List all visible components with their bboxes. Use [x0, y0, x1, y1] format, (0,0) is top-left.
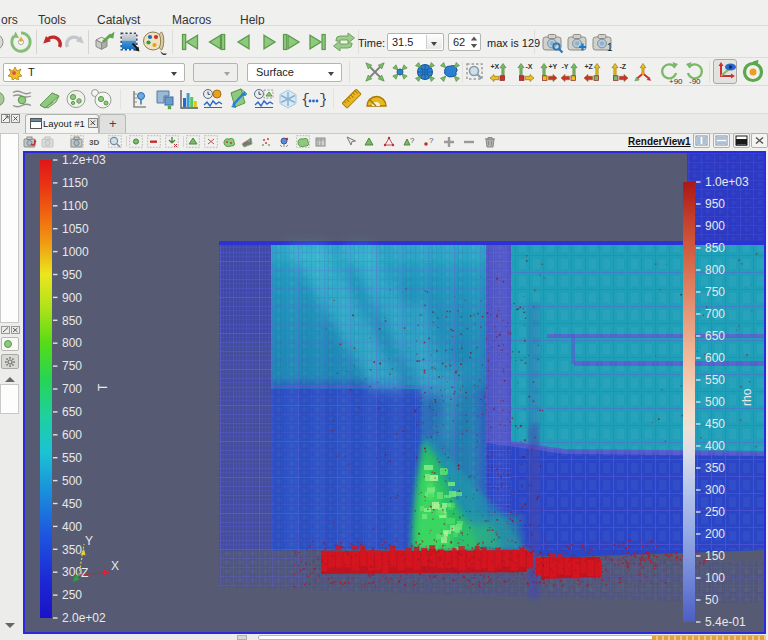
svg-text:350: 350 — [62, 543, 82, 557]
svg-text:-90: -90 — [689, 77, 701, 85]
svg-text:2.0e+02: 2.0e+02 — [62, 611, 106, 625]
svg-text:T: T — [96, 383, 110, 391]
svg-text:?: ? — [410, 136, 415, 145]
svg-text:150: 150 — [705, 549, 725, 563]
svg-text:Z: Z — [81, 566, 88, 580]
svg-text:500: 500 — [62, 474, 82, 488]
svg-text:200: 200 — [705, 527, 725, 541]
svg-text:400: 400 — [705, 439, 725, 453]
svg-text:900: 900 — [705, 219, 725, 233]
svg-text:+Y: +Y — [549, 63, 558, 70]
svg-text:700: 700 — [62, 382, 82, 396]
svg-text:500: 500 — [705, 395, 725, 409]
svg-text:5.4e-01: 5.4e-01 — [705, 615, 746, 629]
svg-text:300: 300 — [62, 565, 82, 579]
svg-text:350: 350 — [705, 461, 725, 475]
svg-text:800: 800 — [705, 263, 725, 277]
svg-text:750: 750 — [705, 285, 725, 299]
svg-text:950: 950 — [705, 197, 725, 211]
svg-text:550: 550 — [705, 373, 725, 387]
svg-text:700: 700 — [705, 307, 725, 321]
svg-text:250: 250 — [705, 505, 725, 519]
svg-text:650: 650 — [62, 405, 82, 419]
svg-text:100: 100 — [705, 571, 725, 585]
svg-text:1100: 1100 — [62, 199, 88, 213]
svg-text:900: 900 — [62, 291, 82, 305]
svg-text:750: 750 — [62, 359, 82, 373]
svg-text:1050: 1050 — [62, 222, 89, 236]
svg-text:+Z: +Z — [585, 63, 594, 70]
svg-text:600: 600 — [62, 428, 82, 442]
svg-text:1000: 1000 — [62, 245, 89, 259]
svg-text:+X: +X — [491, 63, 500, 70]
svg-text:?: ? — [429, 136, 434, 145]
svg-text:850: 850 — [62, 314, 82, 328]
svg-text:-Z: -Z — [619, 63, 626, 70]
svg-text:450: 450 — [62, 497, 82, 511]
svg-text:1.2e+03: 1.2e+03 — [62, 153, 106, 167]
svg-text:1150: 1150 — [62, 176, 88, 190]
svg-text:950: 950 — [62, 268, 82, 282]
svg-text:rho: rho — [740, 388, 754, 406]
svg-text:Y: Y — [85, 534, 93, 548]
svg-text:-X: -X — [525, 63, 532, 70]
svg-text:800: 800 — [62, 336, 82, 350]
svg-text:X: X — [111, 559, 119, 573]
svg-text:300: 300 — [705, 483, 725, 497]
svg-text:550: 550 — [62, 451, 82, 465]
svg-text:}: } — [319, 92, 326, 109]
svg-text:-Y: -Y — [561, 63, 568, 70]
svg-text:1.0e+03: 1.0e+03 — [705, 175, 749, 189]
svg-text:400: 400 — [62, 520, 82, 534]
svg-text:600: 600 — [705, 351, 725, 365]
svg-text:650: 650 — [705, 329, 725, 343]
svg-text:850: 850 — [705, 241, 725, 255]
svg-text:250: 250 — [62, 588, 82, 602]
svg-text:50: 50 — [705, 593, 719, 607]
svg-text:{: { — [301, 92, 310, 109]
svg-text:450: 450 — [705, 417, 725, 431]
